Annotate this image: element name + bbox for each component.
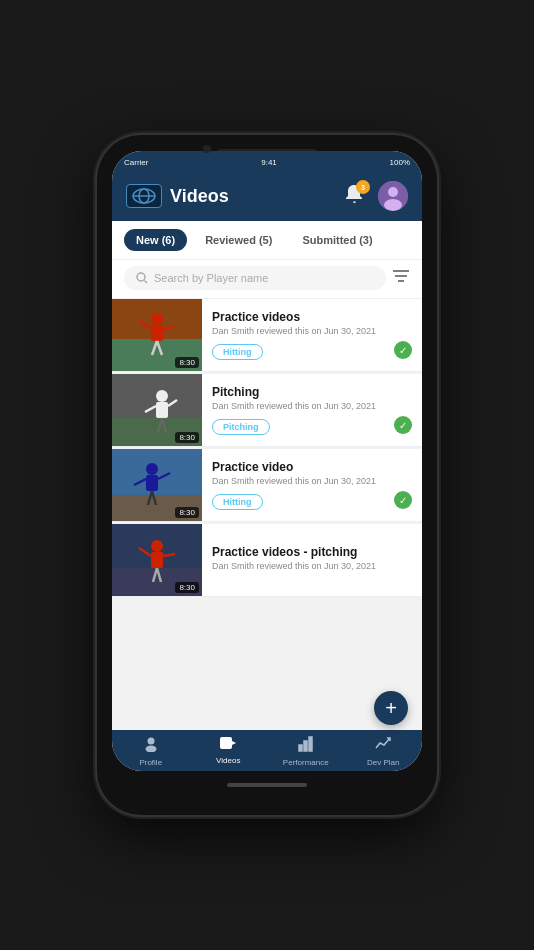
check-icon: ✓	[394, 341, 412, 359]
time-text: 9:41	[261, 158, 277, 167]
svg-point-22	[156, 390, 168, 402]
video-duration: 8:30	[175, 357, 199, 368]
nav-item-videos[interactable]: Videos	[190, 736, 268, 767]
nav-item-devplan[interactable]: Dev Plan	[345, 736, 423, 767]
check-icon: ✓	[394, 491, 412, 509]
video-title: Practice video	[212, 460, 412, 474]
page-title: Videos	[170, 186, 229, 207]
video-details: Practice video Dan Smith reviewed this o…	[202, 452, 422, 518]
svg-point-7	[137, 273, 145, 281]
video-reviewer: Dan Smith reviewed this on Jun 30, 2021	[212, 561, 412, 571]
nav-label-videos: Videos	[216, 756, 240, 765]
tab-new[interactable]: New (6)	[124, 229, 187, 251]
video-details: Practice videos - pitching Dan Smith rev…	[202, 537, 422, 584]
list-item[interactable]: 8:30 Practice videos Dan Smith reviewed …	[112, 299, 422, 372]
phone-frame: Carrier 9:41 100% Videos	[97, 135, 437, 815]
check-icon: ✓	[394, 416, 412, 434]
video-reviewer: Dan Smith reviewed this on Jun 30, 2021	[212, 476, 412, 486]
phone-screen: Carrier 9:41 100% Videos	[112, 151, 422, 771]
home-bar	[227, 783, 307, 787]
video-thumbnail: 8:30	[112, 299, 202, 371]
svg-point-5	[388, 187, 398, 197]
list-item[interactable]: 8:30 Practice video Dan Smith reviewed t…	[112, 449, 422, 522]
header-right: 3	[340, 181, 408, 211]
video-thumbnail: 8:30	[112, 449, 202, 521]
video-tag: Pitching	[212, 419, 270, 435]
tab-submitted[interactable]: Submitted (3)	[290, 229, 384, 251]
video-tag: Hitting	[212, 494, 263, 510]
video-title: Pitching	[212, 385, 412, 399]
bottom-nav: Profile Videos	[112, 730, 422, 771]
nav-item-profile[interactable]: Profile	[112, 736, 190, 767]
video-list: 8:30 Practice videos Dan Smith reviewed …	[112, 299, 422, 730]
svg-rect-49	[304, 741, 307, 751]
nav-label-devplan: Dev Plan	[367, 758, 399, 767]
svg-rect-39	[151, 552, 163, 568]
tab-reviewed[interactable]: Reviewed (5)	[193, 229, 284, 251]
video-details: Pitching Dan Smith reviewed this on Jun …	[202, 377, 422, 443]
nav-label-profile: Profile	[139, 758, 162, 767]
devplan-icon	[375, 736, 391, 756]
search-box[interactable]: Search by Player name	[124, 266, 386, 290]
video-details: Practice videos Dan Smith reviewed this …	[202, 302, 422, 368]
svg-marker-47	[232, 741, 236, 745]
status-bar: Carrier 9:41 100%	[112, 151, 422, 173]
svg-rect-46	[220, 737, 232, 749]
app-logo	[126, 184, 162, 208]
profile-icon	[143, 736, 159, 756]
video-reviewer: Dan Smith reviewed this on Jun 30, 2021	[212, 401, 412, 411]
video-thumbnail: 8:30	[112, 374, 202, 446]
user-avatar[interactable]	[378, 181, 408, 211]
video-duration: 8:30	[175, 507, 199, 518]
svg-rect-50	[309, 737, 312, 751]
notification-badge: 3	[356, 180, 370, 194]
video-duration: 8:30	[175, 582, 199, 593]
svg-point-45	[145, 746, 156, 753]
video-thumbnail: 8:30	[112, 524, 202, 596]
tabs-bar: New (6) Reviewed (5) Submitted (3)	[112, 221, 422, 260]
svg-rect-48	[299, 745, 302, 751]
list-item[interactable]: 8:30 Practice videos - pitching Dan Smit…	[112, 524, 422, 597]
header-left: Videos	[126, 184, 229, 208]
svg-rect-31	[146, 475, 158, 491]
svg-rect-15	[151, 325, 163, 341]
svg-point-44	[147, 738, 154, 745]
video-reviewer: Dan Smith reviewed this on Jun 30, 2021	[212, 326, 412, 336]
svg-point-6	[384, 199, 402, 211]
home-indicator	[112, 771, 422, 799]
list-item[interactable]: 8:30 Pitching Dan Smith reviewed this on…	[112, 374, 422, 447]
video-title: Practice videos - pitching	[212, 545, 412, 559]
svg-rect-23	[156, 402, 168, 418]
svg-point-38	[151, 540, 163, 552]
videos-icon	[219, 736, 237, 754]
nav-label-performance: Performance	[283, 758, 329, 767]
nav-item-performance[interactable]: Performance	[267, 736, 345, 767]
battery-text: 100%	[390, 158, 410, 167]
svg-line-8	[145, 281, 148, 284]
performance-icon	[298, 736, 314, 756]
notification-button[interactable]: 3	[340, 182, 368, 210]
svg-point-14	[151, 313, 163, 325]
app-header: Videos 3	[112, 173, 422, 221]
video-title: Practice videos	[212, 310, 412, 324]
search-row: Search by Player name	[112, 260, 422, 299]
video-duration: 8:30	[175, 432, 199, 443]
video-tag: Hitting	[212, 344, 263, 360]
filter-icon[interactable]	[392, 269, 410, 287]
search-icon	[136, 272, 148, 284]
carrier-text: Carrier	[124, 158, 148, 167]
svg-point-30	[146, 463, 158, 475]
add-video-button[interactable]: +	[374, 691, 408, 725]
search-placeholder-text: Search by Player name	[154, 272, 268, 284]
